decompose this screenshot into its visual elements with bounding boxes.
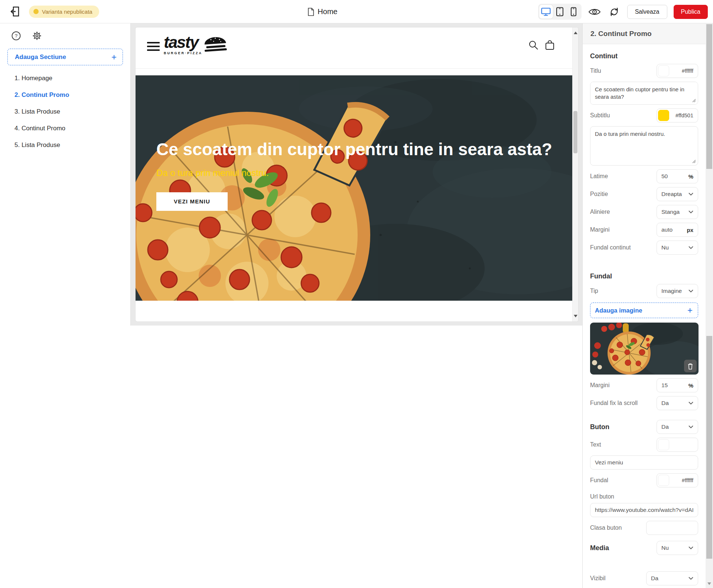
- background-type-select[interactable]: Imagine: [657, 284, 698, 298]
- scroll-up-icon[interactable]: [574, 32, 577, 34]
- thumbnail-pizza-illustration: [590, 323, 699, 375]
- hero-menu-button[interactable]: VEZI MENIU: [156, 192, 228, 211]
- section-settings-panel: 2. Continut Promo Continut Titlu #ffffff…: [582, 23, 706, 588]
- resize-grip-icon[interactable]: [692, 160, 696, 163]
- content-background-value: Nu: [661, 244, 669, 251]
- button-background-hex: #ffffff: [669, 477, 697, 483]
- plus-icon: +: [687, 306, 693, 315]
- add-section-button[interactable]: Adauga Sectiune +: [7, 49, 123, 65]
- alignment-select[interactable]: Stanga: [657, 205, 698, 219]
- device-mobile-button[interactable]: [567, 5, 580, 19]
- subtitle-textarea[interactable]: Da o tura prin meniul nostru.: [590, 126, 698, 166]
- status-dot-icon: [33, 9, 39, 14]
- status-badge-label: Varianta nepublicata: [42, 9, 92, 15]
- button-class-input[interactable]: [651, 525, 693, 531]
- preview-site-header: tasty BURGER·PIZZA: [136, 27, 578, 69]
- sidebar-item-homepage[interactable]: 1. Homepage: [0, 70, 130, 86]
- preview-eye-button[interactable]: [588, 5, 601, 19]
- site-search-button[interactable]: [528, 39, 539, 50]
- button-text-input-group: [590, 455, 698, 470]
- hero-section[interactable]: Ce scoatem din cuptor pentru tine in sea…: [136, 75, 572, 301]
- logo-subtext: BURGER·PIZZA: [164, 51, 202, 55]
- desktop-icon: [541, 7, 551, 16]
- button-background-color-picker[interactable]: #ffffff: [657, 473, 698, 487]
- preview-scrollbar[interactable]: [572, 27, 578, 321]
- sidebar-item-continut-promo-4[interactable]: 4. Continut Promo: [0, 120, 130, 137]
- alignment-label: Aliniere: [590, 209, 610, 215]
- delete-image-button[interactable]: [684, 360, 697, 372]
- chevron-down-icon: [688, 246, 693, 249]
- panel-scrollbar-thumb[interactable]: [706, 336, 712, 559]
- position-label: Pozitie: [590, 191, 608, 197]
- width-unit: %: [688, 173, 693, 180]
- help-button[interactable]: ?: [11, 31, 21, 40]
- content-background-select[interactable]: Nu: [657, 241, 698, 255]
- device-tablet-button[interactable]: [553, 5, 567, 19]
- button-text-input[interactable]: [595, 459, 693, 466]
- margins-unit: px: [687, 227, 693, 233]
- bg-margins-input-group: %: [657, 378, 698, 392]
- color-swatch: [658, 475, 669, 486]
- position-select[interactable]: Dreapta: [657, 187, 698, 201]
- logo-text: tasty: [164, 34, 202, 50]
- subtitle-label: Subtitlu: [590, 112, 610, 119]
- preview-workspace: tasty BURGER·PIZZA: [130, 23, 582, 326]
- resize-grip-icon[interactable]: [692, 99, 696, 102]
- title-color-picker[interactable]: #ffffff: [657, 64, 698, 78]
- chevron-down-icon: [688, 402, 693, 405]
- window-scrollbar[interactable]: [706, 23, 713, 588]
- chevron-down-icon: [688, 425, 693, 428]
- window-scrollbar-thumb[interactable]: [706, 24, 712, 169]
- media-section-heading: Media: [590, 544, 609, 552]
- sidebar-item-lista-produse-3[interactable]: 3. Lista Produse: [0, 103, 130, 120]
- add-section-label: Adauga Sectiune: [15, 53, 66, 61]
- background-image-thumbnail[interactable]: [590, 323, 699, 375]
- visible-select[interactable]: Da: [646, 571, 698, 585]
- scroll-down-icon[interactable]: [574, 315, 577, 317]
- site-preview-canvas[interactable]: tasty BURGER·PIZZA: [136, 27, 578, 321]
- menu-hamburger-icon[interactable]: [147, 42, 160, 51]
- button-enabled-select[interactable]: Da: [657, 420, 698, 434]
- device-preview-toggle: [538, 4, 582, 20]
- chevron-down-icon: [688, 577, 693, 580]
- mobile-icon: [570, 7, 577, 16]
- title-textarea[interactable]: Ce scoatem din cuptor pentru tine in sea…: [590, 82, 698, 105]
- site-cart-button[interactable]: [544, 39, 555, 50]
- color-swatch: [658, 110, 669, 121]
- position-value: Dreapta: [661, 191, 682, 197]
- device-desktop-button[interactable]: [539, 5, 553, 19]
- alignment-value: Stanga: [661, 209, 680, 215]
- burger-logo-icon: [203, 36, 228, 55]
- margins-input-group: px: [657, 223, 698, 237]
- button-enabled-value: Da: [661, 424, 669, 430]
- save-button[interactable]: Salveaza: [627, 5, 667, 19]
- site-logo[interactable]: tasty BURGER·PIZZA: [164, 34, 228, 55]
- scroll-down-icon[interactable]: [707, 582, 711, 585]
- exit-icon: [10, 6, 20, 17]
- margins-input[interactable]: [661, 226, 682, 233]
- background-type-value: Imagine: [661, 288, 682, 294]
- add-image-button[interactable]: Adauga imagine +: [590, 303, 698, 318]
- media-select[interactable]: Nu: [657, 541, 698, 555]
- panel-title: 2. Continut Promo: [583, 23, 706, 44]
- button-background-label: Fundal: [590, 477, 608, 484]
- button-url-input[interactable]: [595, 507, 693, 513]
- exit-editor-button[interactable]: [8, 5, 22, 18]
- settings-button[interactable]: [32, 31, 42, 40]
- fixed-scroll-select[interactable]: Da: [657, 396, 698, 410]
- eye-icon: [588, 7, 601, 16]
- button-text-color-label: Text: [590, 441, 601, 448]
- bg-margins-input[interactable]: [661, 382, 682, 389]
- button-text-color-picker[interactable]: [657, 438, 698, 452]
- subtitle-color-picker[interactable]: #ffd501: [657, 108, 698, 122]
- publish-button[interactable]: Publica: [674, 5, 708, 19]
- preview-scrollbar-thumb[interactable]: [573, 111, 577, 153]
- chevron-down-icon: [688, 546, 693, 549]
- sidebar-item-lista-produse-5[interactable]: 5. Lista Produse: [0, 137, 130, 153]
- background-type-label: Tip: [590, 288, 598, 294]
- hero-title: Ce scoatem din cuptor pentru tine in sea…: [156, 140, 557, 160]
- section-list: 1. Homepage 2. Continut Promo 3. Lista P…: [0, 70, 130, 153]
- sidebar-item-continut-promo-2[interactable]: 2. Continut Promo: [0, 86, 130, 103]
- sync-refresh-button[interactable]: [608, 5, 621, 19]
- width-input[interactable]: [661, 173, 682, 180]
